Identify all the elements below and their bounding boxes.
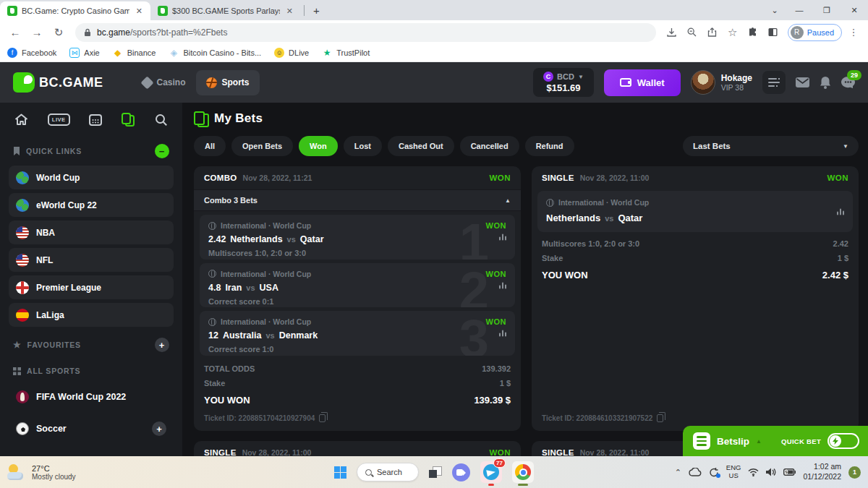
single-event[interactable]: International · World Cup Netherlands vs… [537, 191, 853, 232]
hidden-icons-chevron[interactable]: ⌃ [675, 468, 681, 477]
menu-kebab-icon[interactable]: ⋮ [845, 24, 862, 41]
zoom-icon[interactable] [684, 24, 701, 41]
inbox-button[interactable] [796, 77, 809, 87]
betslip-bar[interactable]: Betslip ▲ QUICK BET [683, 426, 868, 456]
wallet-icon [620, 78, 631, 87]
bcgame-logo[interactable]: BC.GAME [13, 72, 103, 93]
nav-casino[interactable]: Casino [132, 70, 196, 95]
sidebar-item-nfl[interactable]: NFL [9, 248, 174, 272]
restore-button[interactable]: ❐ [813, 0, 841, 20]
sidebar-item-eworld-cup[interactable]: eWorld Cup 22 [9, 193, 174, 217]
filter-cancelled[interactable]: Cancelled [460, 136, 519, 156]
sidebar-item-nba[interactable]: NBA [9, 221, 174, 244]
add-favourite-button[interactable]: + [155, 338, 169, 352]
stats-icon[interactable] [499, 234, 506, 240]
quick-bet-toggle[interactable] [827, 433, 859, 449]
balance-amount: $151.69 [543, 82, 584, 93]
currency-code: BCD [557, 72, 574, 81]
bookmark-bitcoin-casino[interactable]: ◈Bitcoin Casino - Bits... [169, 48, 261, 58]
bookmark-trustpilot[interactable]: ★TrustPilot [322, 48, 370, 58]
leg-number-watermark: 3 [459, 312, 489, 356]
calendar-icon[interactable] [89, 114, 102, 126]
bookmark-axie[interactable]: ⋈Axie [69, 48, 99, 58]
battery-icon[interactable] [783, 468, 796, 476]
tab-parlays[interactable]: $300 BC.GAME Sports Parlays Ch ✕ [150, 1, 301, 20]
start-button[interactable] [334, 466, 346, 479]
close-button[interactable]: ✕ [841, 0, 868, 20]
stats-icon[interactable] [499, 330, 506, 337]
sidebar-item-world-cup[interactable]: World Cup [9, 166, 174, 189]
taskbar-search[interactable]: Search [357, 463, 419, 481]
sidebar-item-soccer[interactable]: Soccer+ [9, 417, 174, 440]
wifi-icon[interactable] [748, 468, 759, 476]
download-icon[interactable] [663, 24, 681, 41]
volume-icon[interactable] [766, 468, 776, 476]
bet-list-button[interactable] [762, 71, 786, 94]
copy-icon[interactable] [657, 414, 663, 422]
all-sports-header: ALL SPORTS [9, 359, 174, 382]
home-icon[interactable] [14, 114, 28, 126]
forward-icon[interactable]: → [27, 23, 46, 42]
filter-won[interactable]: Won [299, 136, 338, 156]
copy-icon[interactable] [319, 414, 326, 422]
currency-selector[interactable]: C BCD ▼ $151.69 [533, 68, 594, 97]
tab-close-icon[interactable]: ✕ [134, 6, 145, 17]
address-bar[interactable]: bc.game/sports?bt-path=%2Fbets [75, 23, 656, 42]
tab-close-icon[interactable]: ✕ [284, 6, 295, 17]
reload-icon[interactable]: ↻ [49, 23, 68, 42]
sync-icon[interactable] [709, 468, 719, 477]
bookmark-dlive[interactable]: ☺DLive [274, 48, 309, 58]
profile-button[interactable]: R Paused [788, 24, 842, 41]
minimize-button[interactable]: — [786, 0, 813, 20]
stats-icon[interactable] [499, 282, 506, 288]
taskbar-clock[interactable]: 1:02 am 01/12/2022 [803, 462, 841, 481]
search-icon[interactable] [155, 114, 168, 127]
new-tab-button[interactable]: + [313, 4, 320, 17]
sidebar-item-premier-league[interactable]: Premier League [9, 275, 174, 299]
chrome-button[interactable] [512, 461, 534, 483]
filter-all[interactable]: All [194, 136, 226, 156]
notifications-button[interactable] [820, 77, 831, 89]
task-view-button[interactable] [429, 466, 442, 478]
back-icon[interactable]: ← [6, 23, 25, 42]
wallet-button[interactable]: Wallet [604, 69, 681, 96]
side-panel-icon[interactable] [765, 24, 782, 41]
sidebar-item-fifa-world-cup[interactable]: FIFA World Cup 2022 [9, 385, 174, 408]
filter-refund[interactable]: Refund [525, 136, 574, 156]
my-bets-icon[interactable] [122, 113, 135, 127]
sort-dropdown[interactable]: Last Bets ▼ [683, 136, 859, 156]
betslip-label: Betslip [717, 436, 749, 447]
notification-count-badge[interactable]: 1 [848, 466, 861, 479]
market-label: Multiscores 1:0, 2:0 or 3:0 [542, 239, 639, 248]
window-chevron-icon[interactable]: ⌄ [764, 0, 786, 20]
collapse-quick-links-button[interactable]: − [155, 144, 169, 158]
combo-group-toggle[interactable]: Combo 3 Bets ▲ [194, 189, 521, 211]
onedrive-icon[interactable] [689, 468, 702, 476]
telegram-button[interactable]: 77 [480, 461, 502, 483]
chat-button[interactable]: 29 [841, 77, 855, 89]
weather-widget[interactable]: 27°C Mostly cloudy [7, 464, 76, 481]
language-indicator[interactable]: ENG US [726, 464, 741, 480]
extensions-icon[interactable] [744, 24, 762, 41]
live-icon[interactable]: LIVE [48, 114, 70, 126]
bookmark-star-icon[interactable]: ☆ [724, 24, 741, 41]
share-icon[interactable] [704, 24, 721, 41]
filter-cashed-out[interactable]: Cashed Out [388, 136, 454, 156]
teams-chat-button[interactable] [452, 463, 470, 481]
combo-leg-1[interactable]: 1 International · World Cup WON 2.42 Net… [200, 215, 515, 260]
user-profile[interactable]: Hokage VIP 38 [691, 70, 752, 95]
stats-icon[interactable] [837, 208, 844, 215]
bookmark-binance[interactable]: ◆Binance [113, 48, 156, 58]
expand-soccer-button[interactable]: + [152, 421, 166, 436]
filter-lost[interactable]: Lost [344, 136, 382, 156]
trustpilot-icon: ★ [322, 48, 332, 58]
nav-sports[interactable]: Sports [196, 70, 260, 95]
bookmark-facebook[interactable]: fFacebook [7, 48, 56, 58]
user-avatar [691, 70, 715, 95]
bet-type: SINGLE [204, 448, 237, 456]
filter-open-bets[interactable]: Open Bets [231, 136, 293, 156]
combo-leg-3[interactable]: 3 International · World Cup WON 12 Austr… [200, 311, 515, 356]
combo-leg-2[interactable]: 2 International · World Cup WON 4.8 Iran… [200, 263, 515, 308]
sidebar-item-laliga[interactable]: LaLiga [9, 303, 174, 327]
tab-bcgame[interactable]: BC.Game: Crypto Casino Games & ✕ [0, 1, 150, 20]
